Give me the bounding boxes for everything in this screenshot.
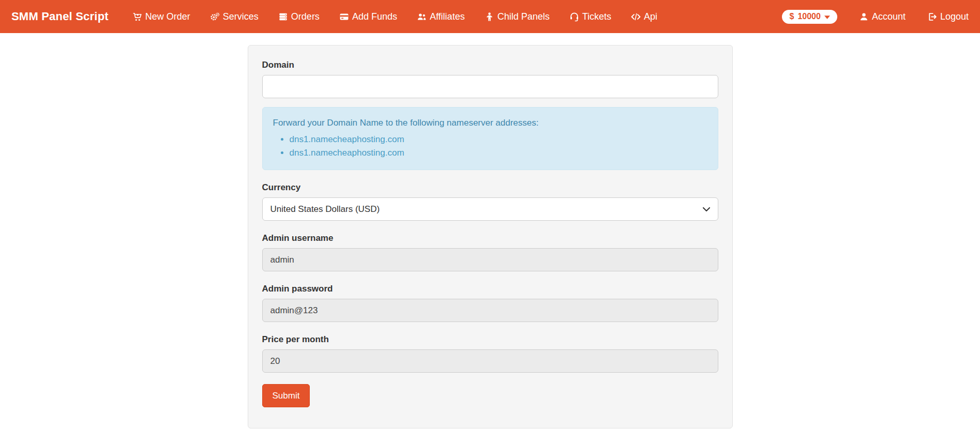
brand-logo[interactable]: SMM Panel Script [11,10,109,23]
nav-item-label: Api [644,11,657,22]
user-icon [859,12,869,22]
account-button[interactable]: Account [859,11,906,22]
nav-item-add-funds[interactable]: Add Funds [339,11,397,22]
currency-label: Currency [262,182,718,193]
cart-icon [132,12,142,22]
nav-item-label: New Order [145,11,190,22]
balance-amount: 10000 [797,12,821,21]
nav-item-label: Child Panels [497,11,550,22]
nameserver-info-alert: Forward your Domain Name to the followin… [262,107,718,170]
nav-item-services[interactable]: Services [210,11,259,22]
currency-select[interactable]: United States Dollars (USD) [262,197,718,221]
headset-icon [569,12,579,22]
navbar-right-group: $ 10000 Account Logout [782,10,969,24]
nav-item-tickets[interactable]: Tickets [569,11,611,22]
nav-item-orders[interactable]: Orders [278,11,320,22]
price-per-month-label: Price per month [262,334,718,345]
account-label: Account [872,11,906,22]
nav-item-label: Orders [291,11,320,22]
cogs-icon [210,12,220,22]
domain-input[interactable] [262,75,718,98]
nav-item-api[interactable]: Api [631,11,657,22]
admin-password-label: Admin password [262,284,718,294]
users-icon [417,12,427,22]
nav-item-label: Affiliates [430,11,465,22]
logout-icon [927,12,937,22]
child-panel-order-card: Domain Forward your Domain Name to the f… [248,45,733,428]
nameserver-item: dns1.namecheaphosting.com [290,134,707,145]
nameserver-item: dns1.namecheaphosting.com [290,148,707,158]
price-per-month-input[interactable] [262,349,718,373]
nav-item-child-panels[interactable]: Child Panels [485,11,550,22]
top-navbar: SMM Panel Script New Order Services Orde… [0,0,980,33]
currency-select-wrapper: United States Dollars (USD) [262,197,718,221]
admin-password-input[interactable] [262,299,718,322]
nav-item-affiliates[interactable]: Affiliates [417,11,465,22]
logout-button[interactable]: Logout [927,11,969,22]
child-icon [485,12,494,22]
server-icon [278,12,288,22]
admin-username-input[interactable] [262,248,718,271]
nameserver-list: dns1.namecheaphosting.com dns1.namecheap… [273,134,707,158]
logout-label: Logout [940,11,969,22]
submit-button[interactable]: Submit [262,384,310,407]
domain-label: Domain [262,60,718,70]
nav-item-label: Tickets [582,11,611,22]
nav-item-label: Services [223,11,259,22]
admin-username-label: Admin username [262,233,718,243]
code-icon [631,12,641,22]
nav-item-label: Add Funds [352,11,397,22]
credit-card-icon [339,12,349,22]
alert-heading: Forward your Domain Name to the followin… [273,118,707,128]
nav-item-new-order[interactable]: New Order [132,11,190,22]
caret-down-icon [824,16,830,19]
balance-dropdown[interactable]: $ 10000 [782,10,837,24]
balance-currency-symbol: $ [789,12,794,21]
